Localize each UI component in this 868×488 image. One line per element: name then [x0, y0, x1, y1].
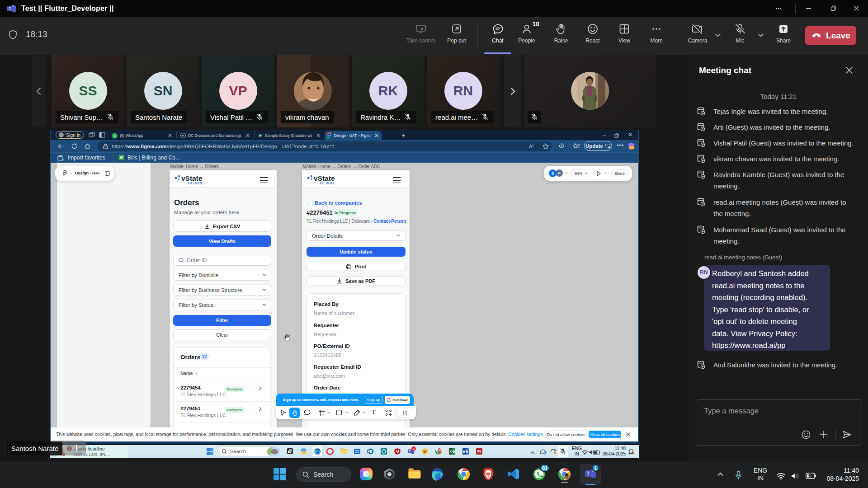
svg-text:FILINGS: FILINGS — [320, 182, 335, 185]
svg-text:vState: vState — [181, 174, 203, 182]
svg-text:FILINGS: FILINGS — [188, 182, 203, 185]
svg-text:vState: vState — [314, 174, 335, 182]
svg-text:!: ! — [609, 146, 609, 148]
